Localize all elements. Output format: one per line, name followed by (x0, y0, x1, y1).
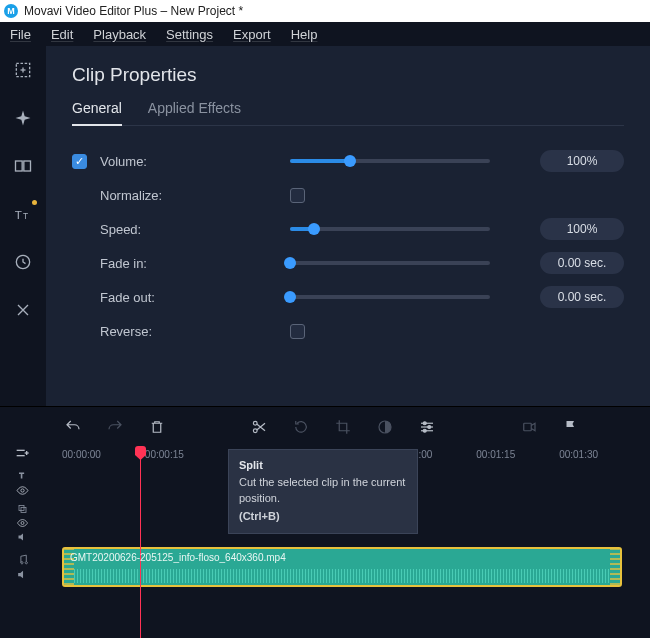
eye-icon[interactable] (16, 517, 29, 529)
sidebar-more-tools[interactable] (7, 294, 39, 326)
video-track[interactable]: GMT20200626-205125_info-floso_640x360.mp… (46, 543, 650, 591)
overlay-track-head (6, 503, 38, 543)
volume-slider[interactable] (290, 159, 490, 163)
tooltip-body: Cut the selected clip in the current pos… (239, 475, 407, 507)
svg-point-26 (21, 522, 24, 525)
prop-fadein-row: Fade in: 0.00 sec. (72, 246, 624, 280)
speaker-icon[interactable] (16, 531, 29, 543)
sidebar: TT (0, 46, 46, 406)
video-track-head (6, 543, 38, 591)
clip-handle-right[interactable] (610, 549, 620, 585)
svg-point-14 (423, 422, 426, 425)
svg-point-15 (428, 426, 431, 429)
clip-filename: GMT20200626-205125_info-floso_640x360.mp… (70, 552, 286, 563)
prop-reverse-row: Reverse: (72, 314, 624, 348)
ruler-tick: 00:01:15 (476, 449, 515, 460)
split-button[interactable] (248, 416, 270, 438)
speaker-icon[interactable] (16, 568, 29, 581)
title-track-head: T (6, 463, 38, 503)
tooltip-title: Split (239, 458, 407, 474)
window-titlebar: M Movavi Video Editor Plus – New Project… (0, 0, 650, 22)
crop-button[interactable] (332, 416, 354, 438)
ruler-tick: 00:01:30 (559, 449, 598, 460)
music-icon (16, 553, 29, 566)
rotate-button[interactable] (290, 416, 312, 438)
timeline[interactable]: 00:00:00 00:00:15 00:00:30 00:00:45 00:0… (46, 447, 650, 638)
prop-volume-row: Volume: 100% (72, 144, 624, 178)
tab-general[interactable]: General (72, 100, 122, 126)
clip-properties-button[interactable] (416, 416, 438, 438)
notification-dot-icon (32, 200, 37, 205)
menu-edit[interactable]: Edit (51, 27, 73, 42)
svg-rect-17 (524, 423, 532, 431)
volume-value[interactable]: 100% (540, 150, 624, 172)
sidebar-stickers[interactable] (7, 246, 39, 278)
menu-file[interactable]: File (10, 27, 31, 42)
svg-rect-3 (16, 161, 23, 171)
undo-button[interactable] (62, 416, 84, 438)
speed-label: Speed: (100, 222, 180, 237)
eye-icon[interactable] (16, 484, 29, 497)
sidebar-titles[interactable]: TT (7, 198, 39, 230)
fadeout-slider[interactable] (290, 295, 490, 299)
playhead[interactable] (140, 447, 141, 638)
prop-fadeout-row: Fade out: 0.00 sec. (72, 280, 624, 314)
speed-value[interactable]: 100% (540, 218, 624, 240)
menu-export[interactable]: Export (233, 27, 271, 42)
sidebar-transitions[interactable] (7, 150, 39, 182)
add-track-button[interactable] (6, 442, 38, 464)
reverse-checkbox[interactable] (290, 324, 305, 339)
delete-button[interactable] (146, 416, 168, 438)
tab-applied-effects[interactable]: Applied Effects (148, 100, 241, 125)
color-adjust-button[interactable] (374, 416, 396, 438)
menu-playback[interactable]: Playback (93, 27, 146, 42)
fadeout-label: Fade out: (100, 290, 180, 305)
sidebar-add-media[interactable] (7, 54, 39, 86)
ruler-tick: 00:00:15 (145, 449, 184, 460)
app-root: File Edit Playback Settings Export Help … (0, 22, 650, 638)
ruler-tick: 00:00:00 (62, 449, 101, 460)
window-title: Movavi Video Editor Plus – New Project * (24, 4, 243, 18)
fadein-value[interactable]: 0.00 sec. (540, 252, 624, 274)
svg-rect-4 (24, 161, 31, 171)
menu-help[interactable]: Help (291, 27, 318, 42)
normalize-label: Normalize: (100, 188, 180, 203)
timeline-toolbar (46, 407, 650, 447)
clip-waveform (74, 569, 610, 583)
clip-properties-panel: Clip Properties General Applied Effects … (46, 46, 650, 406)
svg-point-23 (20, 489, 23, 492)
split-tooltip: Split Cut the selected clip in the curre… (228, 449, 418, 534)
prop-speed-row: Speed: 100% (72, 212, 624, 246)
marker-button[interactable] (560, 416, 582, 438)
panel-title: Clip Properties (72, 64, 624, 86)
svg-rect-25 (21, 508, 26, 513)
fadein-label: Fade in: (100, 256, 180, 271)
sidebar-filters[interactable] (7, 102, 39, 134)
tooltip-shortcut: (Ctrl+B) (239, 509, 407, 525)
menu-bar: File Edit Playback Settings Export Help (0, 22, 650, 46)
volume-checkbox[interactable] (72, 154, 87, 169)
fadeout-value[interactable]: 0.00 sec. (540, 286, 624, 308)
svg-text:T: T (19, 471, 24, 480)
svg-text:T: T (23, 211, 28, 221)
svg-rect-24 (19, 506, 24, 511)
record-button[interactable] (518, 416, 540, 438)
prop-normalize-row: Normalize: (72, 178, 624, 212)
menu-settings[interactable]: Settings (166, 27, 213, 42)
fadein-slider[interactable] (290, 261, 490, 265)
timeline-area: 00:00:00 00:00:15 00:00:30 00:00:45 00:0… (0, 406, 650, 638)
normalize-checkbox[interactable] (290, 188, 305, 203)
svg-text:T: T (15, 208, 22, 221)
volume-label: Volume: (100, 154, 180, 169)
speed-slider[interactable] (290, 227, 490, 231)
panel-tabs: General Applied Effects (72, 100, 624, 126)
redo-button[interactable] (104, 416, 126, 438)
svg-point-16 (423, 429, 426, 432)
main-row: TT Clip Properties General Applied Effec… (0, 46, 650, 406)
app-logo-icon: M (4, 4, 18, 18)
video-clip[interactable]: GMT20200626-205125_info-floso_640x360.mp… (62, 547, 622, 587)
reverse-label: Reverse: (100, 324, 180, 339)
